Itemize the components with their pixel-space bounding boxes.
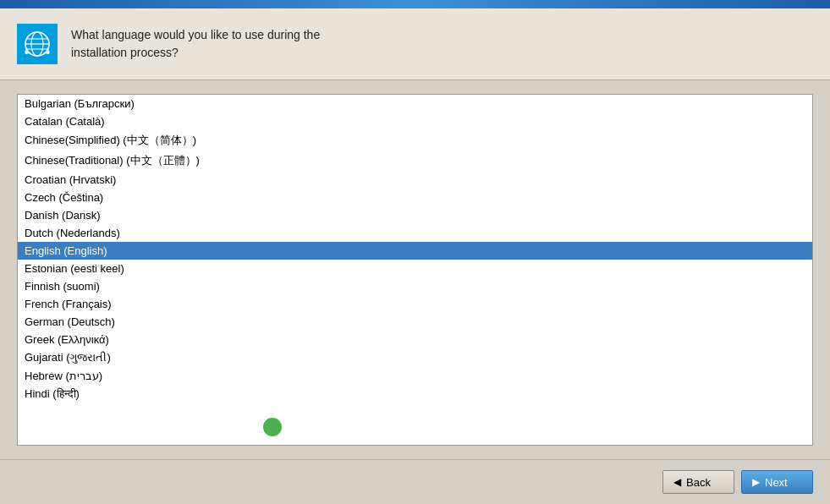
list-item[interactable]: German (Deutsch) — [18, 313, 812, 331]
next-button[interactable]: ▶ Next — [741, 470, 813, 494]
top-banner — [0, 0, 830, 8]
list-item[interactable]: Estonian (eesti keel) — [18, 260, 812, 277]
list-item[interactable]: Greek (Ελληνικά) — [18, 331, 812, 348]
list-item[interactable]: Finnish (suomi) — [18, 277, 812, 295]
main-content: Bulgarian (Български)Catalan (Català)Chi… — [0, 80, 830, 459]
list-item[interactable]: English (English) — [18, 242, 812, 260]
list-item[interactable]: Gujarati (ગુજરાતી) — [18, 348, 812, 367]
question-line1: What language would you like to use duri… — [71, 28, 320, 41]
list-item[interactable]: French (Français) — [18, 295, 812, 313]
un-flag-icon — [17, 24, 58, 64]
back-icon: ◀ — [673, 476, 681, 488]
language-listbox-container: Bulgarian (Български)Catalan (Català)Chi… — [17, 94, 813, 446]
list-item[interactable]: Hindi (हिन्दी) — [18, 385, 812, 403]
list-item[interactable]: Hebrew (עברית) — [18, 367, 812, 385]
list-item[interactable]: Catalan (Català) — [18, 112, 812, 130]
language-listbox[interactable]: Bulgarian (Български)Catalan (Català)Chi… — [18, 95, 812, 445]
header-text: What language would you like to use duri… — [71, 26, 320, 62]
footer-area: ◀ Back ▶ Next — [0, 459, 830, 504]
list-item[interactable]: Chinese(Simplified) (中文（简体）) — [18, 130, 812, 151]
next-icon: ▶ — [752, 476, 760, 488]
header-area: What language would you like to use duri… — [0, 8, 830, 80]
list-item[interactable]: Dutch (Nederlands) — [18, 224, 812, 242]
next-label: Next — [765, 476, 788, 489]
list-item[interactable]: Czech (Čeština) — [18, 189, 812, 206]
question-line2: installation process? — [71, 46, 179, 59]
list-item[interactable]: Croatian (Hrvatski) — [18, 171, 812, 189]
list-item[interactable]: Bulgarian (Български) — [18, 95, 812, 112]
back-label: Back — [686, 476, 711, 489]
back-button[interactable]: ◀ Back — [662, 470, 734, 494]
list-item[interactable]: Chinese(Traditional) (中文（正體）) — [18, 151, 812, 171]
list-item[interactable]: Danish (Dansk) — [18, 206, 812, 224]
